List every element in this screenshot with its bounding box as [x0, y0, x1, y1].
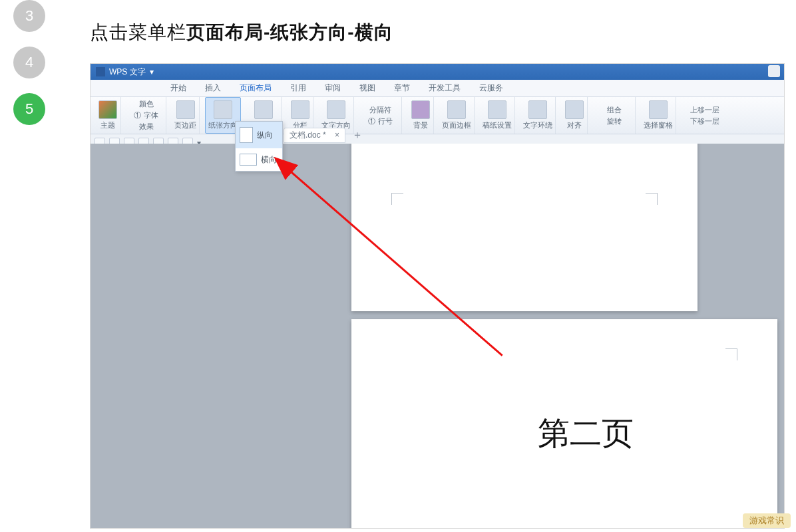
select-icon — [649, 100, 668, 119]
wps-logo-icon — [96, 67, 105, 76]
ribbon-border[interactable]: 页面边框 — [439, 97, 475, 134]
page1-corner-tl — [391, 193, 403, 205]
orientation-icon — [214, 100, 232, 119]
textdir-icon — [327, 100, 345, 119]
tab-insert[interactable]: 插入 — [205, 82, 221, 94]
page-1 — [351, 144, 697, 311]
watermark-icon — [488, 100, 506, 119]
tab-view[interactable]: 视图 — [359, 82, 375, 94]
ribbon-layer[interactable]: 上移一层 下移一层 — [682, 97, 728, 134]
source-watermark: 游戏常识 — [743, 513, 791, 528]
portrait-icon — [240, 127, 253, 143]
tab-page-layout[interactable]: 页面布局 — [240, 82, 272, 94]
ribbon-watermark[interactable]: 稿纸设置 — [480, 97, 515, 134]
app-title: WPS 文字 — [109, 66, 146, 78]
margin-icon — [176, 100, 195, 119]
tab-reference[interactable]: 引用 — [290, 82, 306, 94]
wps-screenshot: WPS 文字 ▾ 开始 插入 页面布局 引用 审阅 视图 章节 开发工具 云服务… — [90, 63, 785, 529]
document-tab-label: 文档.doc * — [290, 130, 326, 140]
document-tab-strip: 文档.doc * × ＋ — [284, 128, 363, 143]
landscape-label: 横向 — [261, 154, 277, 166]
ribbon-select[interactable]: 选择窗格 — [641, 97, 676, 134]
size-icon — [254, 100, 273, 119]
app-titlebar: WPS 文字 ▾ — [91, 64, 784, 80]
page-2-text: 第二页 — [538, 412, 634, 455]
ribbon-wrap[interactable]: 文字环绕 — [520, 97, 556, 134]
page-2: 第二页 — [351, 319, 777, 528]
tab-cloud[interactable]: 云服务 — [479, 82, 503, 94]
wrap-icon — [528, 100, 547, 119]
instruction-prefix: 点击菜单栏 — [90, 22, 186, 43]
ribbon-theme[interactable]: 主题 — [95, 97, 121, 134]
align-icon — [565, 100, 584, 119]
orientation-landscape-option[interactable]: 横向 — [236, 148, 282, 171]
ribbon-bg[interactable]: 背景 — [407, 97, 434, 134]
ribbon-font-effect[interactable]: 颜色 ① 字体 效果 — [126, 97, 166, 134]
step-3: 3 — [13, 0, 45, 32]
ribbon-lineno-breaks[interactable]: 分隔符 ① 行号 — [359, 97, 402, 134]
ribbon-toolbar: 主题 颜色 ① 字体 效果 页边距 纸张方向 纸张大小 分栏 文字方向 分隔符 — [91, 97, 784, 134]
ribbon-rotate-group[interactable]: 组合 旋转 — [593, 97, 636, 134]
landscape-icon — [240, 154, 257, 166]
tab-start[interactable]: 开始 — [170, 82, 186, 94]
menu-tabs: 开始 插入 页面布局 引用 审阅 视图 章节 开发工具 云服务 — [91, 80, 784, 97]
document-tab[interactable]: 文档.doc * × — [284, 128, 345, 143]
step-4: 4 — [13, 47, 45, 78]
step-5-active: 5 — [13, 93, 45, 125]
border-icon — [447, 100, 466, 119]
help-icon[interactable] — [768, 65, 780, 77]
instruction-text: 点击菜单栏页面布局-纸张方向-横向 — [90, 20, 393, 45]
orientation-dropdown: 纵向 横向 — [235, 121, 283, 172]
document-canvas: 第二页 — [91, 144, 784, 528]
portrait-label: 纵向 — [257, 130, 273, 141]
close-tab-icon[interactable]: × — [335, 130, 339, 140]
new-tab-button[interactable]: ＋ — [352, 128, 363, 142]
step-indicator: 3 4 5 — [13, 0, 53, 140]
ribbon-align[interactable]: 对齐 — [561, 97, 588, 134]
theme-icon — [99, 100, 117, 119]
tab-section[interactable]: 章节 — [394, 82, 410, 94]
orientation-portrait-option[interactable]: 纵向 — [236, 122, 282, 148]
columns-icon — [291, 100, 309, 119]
page1-corner-tr — [646, 193, 658, 205]
bg-icon — [411, 100, 430, 119]
tab-review[interactable]: 审阅 — [325, 82, 341, 94]
tab-devtools[interactable]: 开发工具 — [429, 82, 461, 94]
instruction-bold: 页面布局-纸张方向-横向 — [186, 22, 393, 43]
ribbon-margin[interactable]: 页边距 — [172, 97, 200, 134]
page2-corner-tr — [725, 348, 737, 360]
